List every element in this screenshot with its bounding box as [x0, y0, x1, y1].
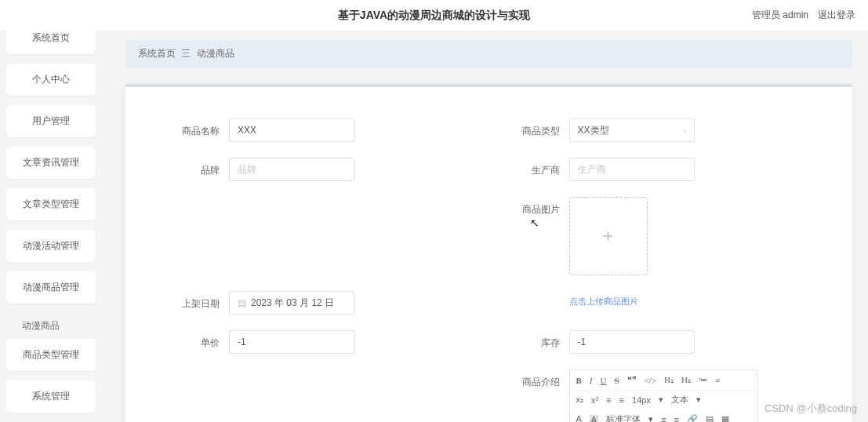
main-content: 系统首页 三 动漫商品 商品名称 商品类型 XX类型 › 品牌 [110, 31, 868, 422]
product-form-card: 商品名称 商品类型 XX类型 › 品牌 生产商 [125, 84, 852, 422]
nav-anime-products[interactable]: 动漫商品管理 [6, 271, 96, 304]
editor-strike-icon[interactable]: S [614, 376, 619, 385]
admin-label: 管理员 admin [752, 9, 808, 22]
label-price: 单价 [165, 330, 220, 350]
editor-h2-icon[interactable]: H₂ [681, 375, 691, 385]
editor-toolbar-row1: B I U S ❝❞ </> H₁ H₂ ≔ ≡ [570, 370, 757, 391]
sidebar-nav: 系统首页 个人中心 用户管理 文章资讯管理 文章类型管理 动漫活动管理 动漫商品… [0, 16, 102, 422]
editor-alignleft-icon[interactable]: ≡ [606, 395, 611, 405]
logout-link[interactable]: 退出登录 [818, 9, 855, 22]
editor-numlist-icon[interactable]: ≡ [715, 376, 720, 385]
editor-textcolor-icon[interactable]: A [576, 414, 582, 423]
breadcrumb-separator: 三 [181, 48, 191, 59]
calendar-icon: ▤ [238, 297, 246, 308]
editor-toolbar-row2: x₂ x² ≡ ≡ 14px ▾ 文本 ▾ [570, 391, 757, 410]
editor-aligncenter-icon[interactable]: ≡ [619, 395, 624, 405]
app-header: 基于JAVA的动漫周边商城的设计与实现 管理员 admin 退出登录 [0, 0, 868, 31]
label-listing-date: 上架日期 [165, 291, 220, 311]
label-stock: 库存 [505, 330, 560, 350]
nav-sub-anime-products[interactable]: 动漫商品 [6, 313, 96, 339]
upload-image-box[interactable]: + [569, 197, 648, 275]
input-stock[interactable] [569, 330, 695, 354]
editor-italic-icon[interactable]: I [590, 376, 593, 385]
input-price[interactable] [229, 330, 354, 354]
editor-quote-icon[interactable]: ❝❞ [627, 375, 637, 385]
date-value: 2023 年 03 月 12 日 [251, 296, 334, 310]
chevron-right-icon: › [683, 126, 685, 135]
upload-hint-link[interactable]: 点击上传商品图片 [569, 296, 638, 307]
editor-dropdown-icon[interactable]: ▾ [696, 395, 701, 405]
editor-clear-icon[interactable]: ▤ [706, 414, 714, 422]
input-product-name[interactable] [229, 118, 354, 142]
select-product-type[interactable]: XX类型 › [569, 118, 695, 142]
editor-h1-icon[interactable]: H₁ [664, 375, 674, 385]
editor-textstyle-select[interactable]: 文本 [671, 394, 688, 406]
nav-home[interactable]: 系统首页 [6, 22, 96, 54]
editor-outdent-icon[interactable]: ≡ [674, 415, 679, 423]
editor-code-icon[interactable]: </> [645, 376, 656, 385]
app-title: 基于JAVA的动漫周边商城的设计与实现 [338, 9, 530, 23]
label-product-name: 商品名称 [165, 118, 220, 138]
header-user-area: 管理员 admin 退出登录 [752, 9, 855, 22]
label-product-image: 商品图片 [505, 197, 560, 216]
nav-product-types[interactable]: 商品类型管理 [6, 339, 96, 371]
editor-superscript-icon[interactable]: x² [591, 395, 598, 405]
editor-dropdown-icon[interactable]: ▾ [659, 395, 663, 405]
label-product-type: 商品类型 [505, 118, 560, 138]
editor-more-icon[interactable]: ▦ [721, 414, 729, 422]
breadcrumb-current: 动漫商品 [197, 48, 234, 59]
input-brand[interactable] [229, 158, 354, 181]
nav-anime-activities[interactable]: 动漫活动管理 [6, 230, 96, 262]
nav-articles[interactable]: 文章资讯管理 [6, 147, 96, 179]
editor-toolbar-row3: A A 标准字体 ▾ ≡ ≡ 🔗 ▤ ▦ [570, 410, 757, 422]
nav-article-types[interactable]: 文章类型管理 [6, 188, 96, 220]
input-manufacturer[interactable] [569, 158, 695, 181]
editor-indent-icon[interactable]: ≡ [661, 415, 666, 423]
editor-dropdown-icon[interactable]: ▾ [648, 414, 653, 422]
editor-list-icon[interactable]: ≔ [699, 375, 707, 385]
label-product-intro: 商品介绍 [505, 369, 560, 389]
breadcrumb: 系统首页 三 动漫商品 [125, 39, 852, 68]
editor-bold-icon[interactable]: B [576, 376, 582, 385]
nav-system[interactable]: 系统管理 [6, 380, 96, 413]
editor-bgcolor-icon[interactable]: A [590, 415, 598, 423]
editor-fontfamily-select[interactable]: 标准字体 [606, 413, 641, 422]
select-product-type-value: XX类型 [578, 124, 609, 137]
editor-fontsize-select[interactable]: 14px [632, 395, 651, 405]
breadcrumb-home[interactable]: 系统首页 [138, 48, 176, 59]
label-brand: 品牌 [165, 158, 220, 177]
nav-users[interactable]: 用户管理 [6, 105, 96, 137]
nav-personal[interactable]: 个人中心 [6, 64, 96, 96]
watermark-text: CSDN @小蔡coding [764, 402, 857, 416]
editor-subscript-icon[interactable]: x₂ [576, 395, 584, 405]
rich-text-editor[interactable]: B I U S ❝❞ </> H₁ H₂ ≔ ≡ x₂ x² ≡ [569, 369, 757, 422]
editor-link-icon[interactable]: 🔗 [687, 414, 698, 422]
input-listing-date[interactable]: ▤ 2023 年 03 月 12 日 [229, 291, 354, 315]
editor-underline-icon[interactable]: U [601, 376, 607, 385]
label-manufacturer: 生产商 [505, 158, 560, 177]
plus-icon: + [602, 225, 613, 247]
